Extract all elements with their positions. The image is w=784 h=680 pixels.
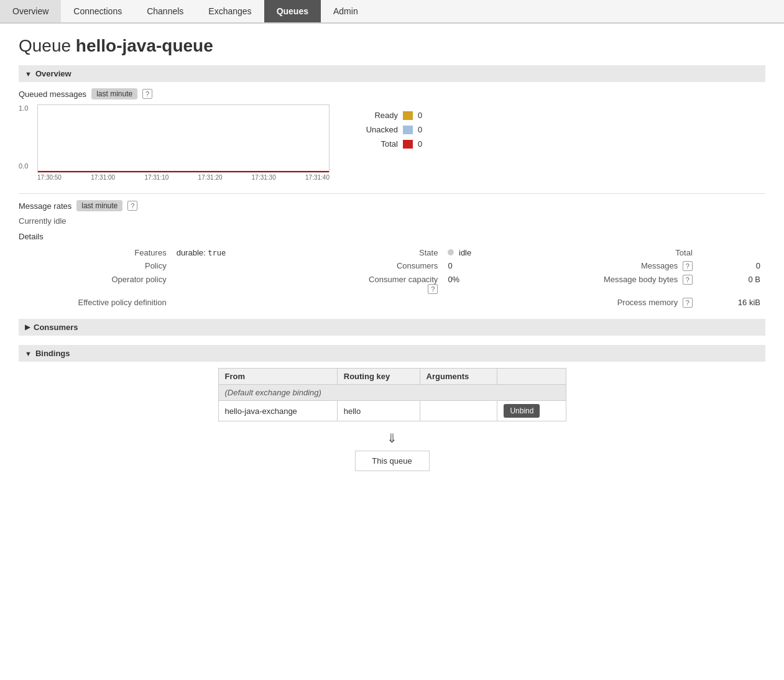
total-label-cell: Total: [570, 246, 698, 259]
page-title: Queue hello-java-queue: [19, 36, 765, 56]
operator-policy-value: [172, 273, 358, 296]
x-label-3: 17:31:20: [198, 174, 223, 181]
policy-value: [172, 259, 358, 273]
consumer-capacity-help-icon[interactable]: ?: [428, 284, 438, 294]
queued-messages-label-row: Queued messages last minute ?: [19, 88, 765, 99]
details-row-features: Features durable: true State idle Total: [19, 246, 765, 259]
arrow-down-icon: ⇓: [387, 431, 397, 445]
message-rates-label-row: Message rates last minute ?: [19, 200, 765, 211]
queued-messages-time-filter[interactable]: last minute: [91, 88, 137, 99]
page-title-name: hello-java-queue: [76, 36, 213, 55]
page-title-prefix: Queue: [19, 36, 76, 55]
features-label: Features: [19, 246, 172, 259]
consumer-capacity-value: 0%: [443, 273, 570, 296]
bindings-section-label: Bindings: [35, 349, 70, 358]
chart-area: 1.0 0.0 17:30:50 17:31:00 17:31:10 17:31…: [19, 104, 330, 181]
total-label: Total: [675, 248, 692, 257]
x-label-2: 17:31:10: [144, 174, 168, 181]
message-body-bytes-label: Message body bytes: [604, 275, 678, 284]
legend-total-label: Total: [354, 139, 398, 149]
total-value-cell: [698, 246, 765, 259]
unbind-button[interactable]: Unbind: [504, 404, 540, 418]
x-label-4: 17:31:30: [252, 174, 276, 181]
legend-ready-label: Ready: [354, 111, 398, 120]
nav-exchanges[interactable]: Exchanges: [196, 0, 264, 22]
legend-ready: Ready 0: [354, 111, 422, 120]
process-memory-label-cell: Process memory ?: [570, 296, 698, 310]
empty-cell-1: [358, 296, 443, 310]
consumers-value: 0: [443, 259, 570, 273]
legend-total-value: 0: [418, 139, 422, 149]
bindings-col-from: From: [218, 369, 337, 385]
x-label-5: 17:31:40: [305, 174, 330, 181]
bindings-arrow-icon: ▼: [25, 350, 32, 357]
nav-overview[interactable]: Overview: [0, 0, 61, 22]
currently-idle: Currently idle: [19, 216, 765, 226]
binding-routing-key-value: hello: [337, 401, 420, 421]
x-labels: 17:30:50 17:31:00 17:31:10 17:31:20 17:3…: [37, 174, 330, 181]
message-body-bytes-label-cell: Message body bytes ?: [570, 273, 698, 296]
message-rates-time-filter[interactable]: last minute: [76, 200, 122, 211]
bindings-table-body: (Default exchange binding) hello-java-ex…: [218, 385, 566, 421]
legend-ready-value: 0: [418, 111, 422, 120]
bindings-table-head: From Routing key Arguments: [218, 369, 566, 385]
message-body-bytes-value: 0 B: [698, 273, 765, 296]
this-queue-box: This queue: [355, 451, 430, 471]
default-exchange-row: (Default exchange binding): [218, 385, 566, 401]
messages-value: 0: [698, 259, 765, 273]
process-memory-label: Process memory: [617, 298, 678, 307]
empty-cell-2: [443, 296, 570, 310]
chart-container: 1.0 0.0 17:30:50 17:31:00 17:31:10 17:31…: [19, 104, 765, 181]
bindings-col-arguments: Arguments: [420, 369, 497, 385]
messages-label: Messages: [641, 261, 678, 270]
details-section: Details Features durable: true State idl…: [19, 232, 765, 310]
nav-channels[interactable]: Channels: [134, 0, 196, 22]
features-value: durable: true: [172, 246, 358, 259]
queued-messages-section: Queued messages last minute ? 1.0 0.0 17…: [19, 88, 765, 181]
messages-label-cell: Messages ?: [570, 259, 698, 273]
page-content: Queue hello-java-queue ▼ Overview Queued…: [0, 24, 784, 496]
details-row-operator-policy: Operator policy Consumer capacity ? 0% M…: [19, 273, 765, 296]
overview-section-header[interactable]: ▼ Overview: [19, 65, 765, 82]
binding-arguments-value: [420, 401, 497, 421]
details-row-effective-policy: Effective policy definition Process memo…: [19, 296, 765, 310]
queued-messages-help[interactable]: ?: [142, 89, 152, 99]
features-durable-value: true: [208, 249, 226, 257]
binding-row: hello-java-exchange hello Unbind: [218, 401, 566, 421]
queued-messages-label: Queued messages: [19, 90, 86, 99]
nav-queues[interactable]: Queues: [264, 0, 321, 22]
message-rates-section: Message rates last minute ? Currently id…: [19, 200, 765, 226]
state-value: idle: [459, 248, 471, 257]
overview-section-label: Overview: [35, 69, 71, 78]
nav-admin[interactable]: Admin: [321, 0, 371, 22]
bindings-table-header-row: From Routing key Arguments: [218, 369, 566, 385]
bindings-col-routing-key: Routing key: [337, 369, 420, 385]
binding-arrow-down: ⇓: [19, 431, 765, 446]
chart-legend: Ready 0 Unacked 0 Total 0: [354, 104, 422, 149]
state-dot-icon: [448, 249, 454, 255]
process-memory-help-icon[interactable]: ?: [683, 298, 693, 308]
legend-total-box: [403, 140, 413, 149]
legend-unacked-value: 0: [418, 125, 422, 134]
consumers-section-header[interactable]: ▶ Consumers: [19, 319, 765, 336]
overview-arrow-icon: ▼: [25, 70, 32, 78]
message-rates-help[interactable]: ?: [127, 201, 137, 211]
consumers-section-label: Consumers: [34, 323, 78, 332]
details-row-policy: Policy Consumers 0 Messages ? 0: [19, 259, 765, 273]
policy-label: Policy: [19, 259, 172, 273]
bindings-section-header[interactable]: ▼ Bindings: [19, 345, 765, 362]
nav-connections[interactable]: Connections: [61, 0, 134, 22]
message-rates-label: Message rates: [19, 201, 71, 211]
bindings-table: From Routing key Arguments (Default exch…: [218, 368, 566, 421]
bindings-section: ▼ Bindings From Routing key Arguments (D…: [19, 345, 765, 471]
bindings-col-action: [497, 369, 566, 385]
message-body-bytes-help-icon[interactable]: ?: [683, 275, 693, 285]
legend-ready-box: [403, 111, 413, 120]
messages-help-icon[interactable]: ?: [683, 261, 693, 271]
details-table: Features durable: true State idle Total …: [19, 246, 765, 310]
process-memory-value: 16 kiB: [698, 296, 765, 310]
consumer-capacity-label-cell: Consumer capacity ?: [358, 273, 443, 296]
details-header: Details: [19, 232, 765, 241]
chart-red-line: [38, 171, 329, 172]
features-durable-label: durable:: [177, 248, 206, 257]
